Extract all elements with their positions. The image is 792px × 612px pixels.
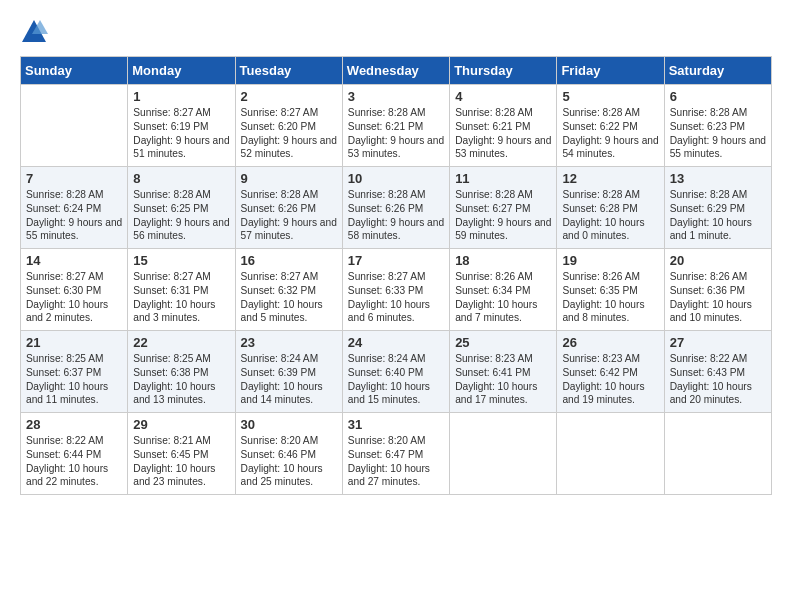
- header-cell-thursday: Thursday: [450, 57, 557, 85]
- day-cell: 5Sunrise: 8:28 AMSunset: 6:22 PMDaylight…: [557, 85, 664, 167]
- calendar-table: SundayMondayTuesdayWednesdayThursdayFrid…: [20, 56, 772, 495]
- day-details: Sunrise: 8:25 AMSunset: 6:38 PMDaylight:…: [133, 352, 229, 407]
- week-row-1: 1Sunrise: 8:27 AMSunset: 6:19 PMDaylight…: [21, 85, 772, 167]
- day-cell: 11Sunrise: 8:28 AMSunset: 6:27 PMDayligh…: [450, 167, 557, 249]
- day-number: 11: [455, 171, 551, 186]
- day-details: Sunrise: 8:24 AMSunset: 6:40 PMDaylight:…: [348, 352, 444, 407]
- day-details: Sunrise: 8:26 AMSunset: 6:36 PMDaylight:…: [670, 270, 766, 325]
- day-cell: 29Sunrise: 8:21 AMSunset: 6:45 PMDayligh…: [128, 413, 235, 495]
- day-details: Sunrise: 8:27 AMSunset: 6:20 PMDaylight:…: [241, 106, 337, 161]
- day-number: 24: [348, 335, 444, 350]
- day-cell: [557, 413, 664, 495]
- day-details: Sunrise: 8:28 AMSunset: 6:21 PMDaylight:…: [455, 106, 551, 161]
- day-number: 9: [241, 171, 337, 186]
- day-number: 29: [133, 417, 229, 432]
- week-row-2: 7Sunrise: 8:28 AMSunset: 6:24 PMDaylight…: [21, 167, 772, 249]
- day-number: 4: [455, 89, 551, 104]
- day-details: Sunrise: 8:28 AMSunset: 6:22 PMDaylight:…: [562, 106, 658, 161]
- day-cell: 4Sunrise: 8:28 AMSunset: 6:21 PMDaylight…: [450, 85, 557, 167]
- day-number: 7: [26, 171, 122, 186]
- day-number: 19: [562, 253, 658, 268]
- day-cell: 21Sunrise: 8:25 AMSunset: 6:37 PMDayligh…: [21, 331, 128, 413]
- day-cell: 28Sunrise: 8:22 AMSunset: 6:44 PMDayligh…: [21, 413, 128, 495]
- day-cell: 23Sunrise: 8:24 AMSunset: 6:39 PMDayligh…: [235, 331, 342, 413]
- day-cell: 25Sunrise: 8:23 AMSunset: 6:41 PMDayligh…: [450, 331, 557, 413]
- day-cell: 18Sunrise: 8:26 AMSunset: 6:34 PMDayligh…: [450, 249, 557, 331]
- day-details: Sunrise: 8:23 AMSunset: 6:42 PMDaylight:…: [562, 352, 658, 407]
- day-number: 5: [562, 89, 658, 104]
- day-details: Sunrise: 8:28 AMSunset: 6:23 PMDaylight:…: [670, 106, 766, 161]
- day-cell: 30Sunrise: 8:20 AMSunset: 6:46 PMDayligh…: [235, 413, 342, 495]
- day-details: Sunrise: 8:25 AMSunset: 6:37 PMDaylight:…: [26, 352, 122, 407]
- day-cell: 20Sunrise: 8:26 AMSunset: 6:36 PMDayligh…: [664, 249, 771, 331]
- day-cell: 27Sunrise: 8:22 AMSunset: 6:43 PMDayligh…: [664, 331, 771, 413]
- day-number: 22: [133, 335, 229, 350]
- header-row: SundayMondayTuesdayWednesdayThursdayFrid…: [21, 57, 772, 85]
- day-number: 12: [562, 171, 658, 186]
- header-cell-sunday: Sunday: [21, 57, 128, 85]
- header-cell-wednesday: Wednesday: [342, 57, 449, 85]
- day-number: 8: [133, 171, 229, 186]
- day-number: 28: [26, 417, 122, 432]
- day-details: Sunrise: 8:28 AMSunset: 6:29 PMDaylight:…: [670, 188, 766, 243]
- day-number: 14: [26, 253, 122, 268]
- day-cell: 31Sunrise: 8:20 AMSunset: 6:47 PMDayligh…: [342, 413, 449, 495]
- day-cell: 19Sunrise: 8:26 AMSunset: 6:35 PMDayligh…: [557, 249, 664, 331]
- week-row-3: 14Sunrise: 8:27 AMSunset: 6:30 PMDayligh…: [21, 249, 772, 331]
- day-cell: 24Sunrise: 8:24 AMSunset: 6:40 PMDayligh…: [342, 331, 449, 413]
- logo: [20, 18, 52, 46]
- day-details: Sunrise: 8:28 AMSunset: 6:24 PMDaylight:…: [26, 188, 122, 243]
- day-cell: [450, 413, 557, 495]
- day-number: 6: [670, 89, 766, 104]
- day-cell: 26Sunrise: 8:23 AMSunset: 6:42 PMDayligh…: [557, 331, 664, 413]
- day-details: Sunrise: 8:28 AMSunset: 6:26 PMDaylight:…: [348, 188, 444, 243]
- day-details: Sunrise: 8:22 AMSunset: 6:44 PMDaylight:…: [26, 434, 122, 489]
- day-details: Sunrise: 8:20 AMSunset: 6:47 PMDaylight:…: [348, 434, 444, 489]
- day-details: Sunrise: 8:28 AMSunset: 6:25 PMDaylight:…: [133, 188, 229, 243]
- day-cell: 13Sunrise: 8:28 AMSunset: 6:29 PMDayligh…: [664, 167, 771, 249]
- header-cell-monday: Monday: [128, 57, 235, 85]
- day-number: 17: [348, 253, 444, 268]
- day-number: 3: [348, 89, 444, 104]
- day-cell: [21, 85, 128, 167]
- day-details: Sunrise: 8:26 AMSunset: 6:35 PMDaylight:…: [562, 270, 658, 325]
- day-cell: 12Sunrise: 8:28 AMSunset: 6:28 PMDayligh…: [557, 167, 664, 249]
- day-details: Sunrise: 8:28 AMSunset: 6:27 PMDaylight:…: [455, 188, 551, 243]
- day-number: 18: [455, 253, 551, 268]
- day-number: 31: [348, 417, 444, 432]
- day-cell: 22Sunrise: 8:25 AMSunset: 6:38 PMDayligh…: [128, 331, 235, 413]
- day-number: 20: [670, 253, 766, 268]
- day-cell: 7Sunrise: 8:28 AMSunset: 6:24 PMDaylight…: [21, 167, 128, 249]
- day-details: Sunrise: 8:23 AMSunset: 6:41 PMDaylight:…: [455, 352, 551, 407]
- day-number: 27: [670, 335, 766, 350]
- day-number: 23: [241, 335, 337, 350]
- day-cell: 9Sunrise: 8:28 AMSunset: 6:26 PMDaylight…: [235, 167, 342, 249]
- day-cell: [664, 413, 771, 495]
- day-details: Sunrise: 8:22 AMSunset: 6:43 PMDaylight:…: [670, 352, 766, 407]
- day-number: 21: [26, 335, 122, 350]
- header-cell-saturday: Saturday: [664, 57, 771, 85]
- day-details: Sunrise: 8:28 AMSunset: 6:21 PMDaylight:…: [348, 106, 444, 161]
- day-number: 25: [455, 335, 551, 350]
- day-number: 16: [241, 253, 337, 268]
- day-number: 13: [670, 171, 766, 186]
- day-cell: 8Sunrise: 8:28 AMSunset: 6:25 PMDaylight…: [128, 167, 235, 249]
- day-details: Sunrise: 8:24 AMSunset: 6:39 PMDaylight:…: [241, 352, 337, 407]
- day-cell: 3Sunrise: 8:28 AMSunset: 6:21 PMDaylight…: [342, 85, 449, 167]
- week-row-5: 28Sunrise: 8:22 AMSunset: 6:44 PMDayligh…: [21, 413, 772, 495]
- day-cell: 2Sunrise: 8:27 AMSunset: 6:20 PMDaylight…: [235, 85, 342, 167]
- day-number: 10: [348, 171, 444, 186]
- header-cell-tuesday: Tuesday: [235, 57, 342, 85]
- header-cell-friday: Friday: [557, 57, 664, 85]
- day-details: Sunrise: 8:27 AMSunset: 6:31 PMDaylight:…: [133, 270, 229, 325]
- day-details: Sunrise: 8:27 AMSunset: 6:33 PMDaylight:…: [348, 270, 444, 325]
- day-cell: 15Sunrise: 8:27 AMSunset: 6:31 PMDayligh…: [128, 249, 235, 331]
- day-cell: 6Sunrise: 8:28 AMSunset: 6:23 PMDaylight…: [664, 85, 771, 167]
- header: [20, 18, 772, 46]
- day-details: Sunrise: 8:27 AMSunset: 6:32 PMDaylight:…: [241, 270, 337, 325]
- day-number: 2: [241, 89, 337, 104]
- day-details: Sunrise: 8:26 AMSunset: 6:34 PMDaylight:…: [455, 270, 551, 325]
- day-details: Sunrise: 8:21 AMSunset: 6:45 PMDaylight:…: [133, 434, 229, 489]
- day-details: Sunrise: 8:27 AMSunset: 6:19 PMDaylight:…: [133, 106, 229, 161]
- day-details: Sunrise: 8:20 AMSunset: 6:46 PMDaylight:…: [241, 434, 337, 489]
